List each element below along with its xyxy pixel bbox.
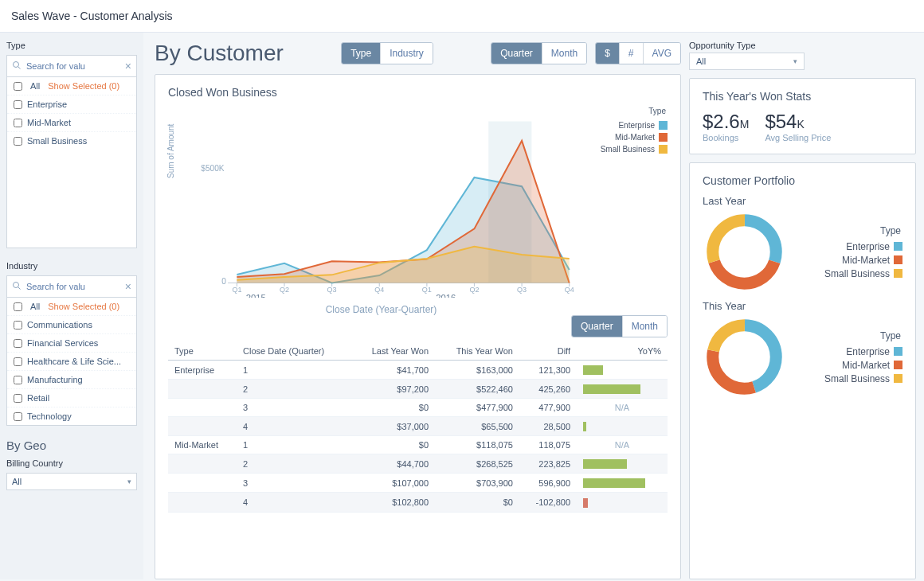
filter-item-label: Retail [27,393,49,403]
table-cell: $118,075 [435,436,519,454]
industry-search-input[interactable] [26,282,120,291]
legend-label: Mid-Market [842,360,890,371]
yoy-cell: N/A [577,436,668,454]
type-search[interactable]: × [6,55,137,77]
table-cell: 1 [237,436,350,454]
legend-title: Type [880,330,902,341]
table-row[interactable]: 2$44,700$268,525223,825 [168,454,668,474]
table-header[interactable]: Close Date (Quarter) [237,342,350,361]
avg-button[interactable]: AVG [644,43,680,64]
checkbox[interactable] [14,394,22,403]
industry-show-selected[interactable]: Show Selected (0) [48,302,119,311]
legend-item: Mid-Market [588,133,668,142]
checkbox[interactable] [14,357,22,366]
table-cell: 1 [237,361,350,380]
close-icon[interactable]: × [125,280,131,293]
yoy-cell [577,454,668,474]
industry-item[interactable]: Technology [7,407,136,425]
legend-swatch [894,269,902,278]
industry-all-checkbox[interactable] [14,302,22,311]
table-row[interactable]: 3$107,000$703,900596,900 [168,474,668,493]
filter-item-label: Communications [27,320,92,329]
table-header[interactable]: Last Year Won [350,342,435,361]
table-cell: 28,500 [519,417,577,436]
type-button[interactable]: Type [342,43,381,64]
table-month-button[interactable]: Month [623,316,667,337]
app-title: Sales Wave - Customer Analysis [0,0,924,33]
type-item[interactable]: Mid-Market [7,114,136,132]
table-row[interactable]: 4$37,000$65,50028,500 [168,417,668,436]
stats-title: This Year's Won Stats [703,90,902,103]
table-row[interactable]: 2$97,200$522,460425,260 [168,380,668,399]
legend-label: Small Business [824,268,890,279]
svg-text:2016: 2016 [436,293,456,298]
won-stats-card: This Year's Won Stats $2.6M Bookings $54… [689,78,916,154]
yoy-cell [577,380,668,399]
type-all-label[interactable]: All [30,81,40,91]
checkbox[interactable] [14,321,22,329]
table-cell [168,493,237,512]
asp-stat: $54K Avg Selling Price [765,111,831,142]
table-cell: 477,900 [519,399,577,417]
yoy-cell [577,361,668,380]
chart-area: Sum of Amount $500K 0 Q1Q2Q3Q4Q1Q2Q3Q420… [168,107,578,298]
filter-item-label: Technology [27,411,72,421]
industry-item[interactable]: Communications [7,316,136,334]
legend-item: Small Business [824,268,902,279]
industry-item[interactable]: Financial Services [7,334,136,353]
table-cell: $102,800 [350,493,435,512]
chevron-down-icon: ▾ [127,478,131,485]
type-search-input[interactable] [26,61,120,71]
month-button[interactable]: Month [542,43,586,64]
portfolio-legend: Type Enterprise Mid-Market Small Busines… [794,330,902,384]
opp-type-select[interactable]: All ▾ [689,53,805,70]
table-quarter-button[interactable]: Quarter [572,316,623,337]
table-cell: $0 [350,436,435,454]
donut-last-year [703,210,786,294]
legend-swatch [659,121,668,130]
checkbox[interactable] [14,119,22,127]
type-item[interactable]: Small Business [7,132,136,150]
dollar-button[interactable]: $ [596,43,620,64]
industry-item[interactable]: Manufacturing [7,371,136,389]
industry-button[interactable]: Industry [381,43,433,64]
industry-filter: Industry × All Show Selected (0) Communi… [6,261,137,426]
table-row[interactable]: Enterprise1$41,700$163,000121,300 [168,361,668,380]
table-header[interactable]: YoY% [577,342,668,361]
checkbox[interactable] [14,339,22,348]
table-row[interactable]: Mid-Market1$0$118,075118,075N/A [168,436,668,454]
industry-item[interactable]: Retail [7,389,136,407]
stat-value: $54 [765,111,797,132]
table-cell: 3 [237,399,350,417]
table-header[interactable]: Diff [519,342,577,361]
billing-country-select[interactable]: All ▾ [6,473,137,490]
table-header[interactable]: This Year Won [435,342,519,361]
svg-text:Q1: Q1 [422,286,432,294]
chart-legend: Type Enterprise Mid-Market Small Busines… [588,107,668,315]
page-title: By Customer [155,41,284,66]
type-all-checkbox[interactable] [14,82,22,91]
filter-item-label: Healthcare & Life Scie... [27,357,121,366]
closed-won-title: Closed Won Business [168,86,668,99]
legend-item: Mid-Market [842,360,902,371]
table-header[interactable]: Type [168,342,237,361]
table-row[interactable]: 4$102,800$0-102,800 [168,493,668,512]
count-button[interactable]: # [620,43,644,64]
checkbox[interactable] [14,412,22,421]
quarter-button[interactable]: Quarter [491,43,542,64]
industry-search[interactable]: × [6,275,137,298]
type-show-selected[interactable]: Show Selected (0) [48,81,119,91]
filter-item-label: Manufacturing [27,375,83,384]
table-cell: 3 [237,474,350,493]
checkbox[interactable] [14,376,22,384]
donut-this-year [703,315,786,399]
close-icon[interactable]: × [125,60,131,72]
svg-line-1 [18,67,21,69]
checkbox[interactable] [14,100,22,109]
type-item[interactable]: Enterprise [7,96,136,114]
yoy-cell [577,417,668,436]
checkbox[interactable] [14,137,22,146]
industry-item[interactable]: Healthcare & Life Scie... [7,353,136,371]
table-row[interactable]: 3$0$477,900477,900N/A [168,399,668,417]
industry-all-label[interactable]: All [30,302,40,311]
